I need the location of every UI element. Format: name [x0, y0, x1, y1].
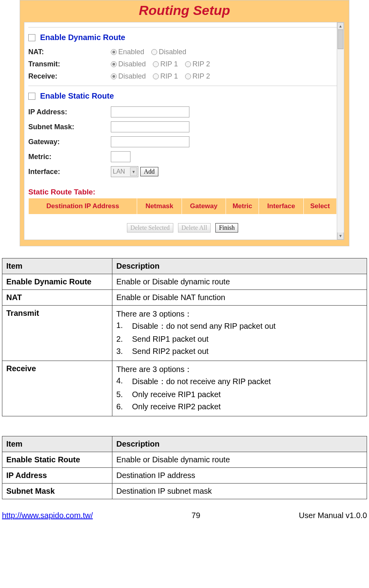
- transmit-rip1-radio[interactable]: [153, 61, 159, 67]
- desc-cell: Enable or Disable NAT function: [112, 290, 367, 306]
- receive-disabled-radio[interactable]: [111, 73, 117, 79]
- scroll-thumb[interactable]: [338, 29, 343, 49]
- desc-cell: There are 3 options： 4.Disable：do not re…: [112, 361, 367, 416]
- divider: [28, 27, 337, 27]
- nat-label: NAT:: [28, 48, 111, 56]
- divider: [28, 86, 337, 86]
- list-item: 1.Disable：do not send any RIP packet out: [116, 319, 363, 333]
- col-metric: Metric: [226, 198, 259, 214]
- th-item: Item: [2, 436, 112, 452]
- transmit-rip1-text: RIP 1: [160, 60, 178, 68]
- config-panel: ▲ ▼ Enable Dynamic Route NAT: Enabled Di…: [24, 22, 344, 240]
- chevron-down-icon: ▼: [130, 167, 137, 176]
- transmit-rip2-text: RIP 2: [193, 60, 210, 68]
- static-route-table-title: Static Route Table:: [28, 188, 337, 196]
- table-row: IP Address Destination IP address: [2, 468, 367, 484]
- desc-cell: Destination IP address: [112, 468, 367, 484]
- table-row: Transmit There are 3 options： 1.Disable：…: [2, 306, 367, 361]
- page-number: 79: [191, 511, 200, 520]
- item-cell: NAT: [2, 290, 112, 306]
- nat-row: NAT: Enabled Disabled: [28, 46, 337, 58]
- ip-input[interactable]: [111, 106, 189, 117]
- enable-static-label: Enable Static Route: [40, 92, 114, 101]
- footer-version: User Manual v1.0.0: [299, 511, 367, 520]
- item-cell: Enable Static Route: [2, 452, 112, 468]
- receive-rip2-text: RIP 2: [193, 72, 210, 81]
- col-gateway: Gateway: [182, 198, 226, 214]
- nat-disabled-radio[interactable]: [151, 49, 157, 55]
- delete-selected-button[interactable]: Delete Selected: [127, 223, 173, 233]
- item-cell: IP Address: [2, 468, 112, 484]
- mask-input[interactable]: [111, 121, 189, 132]
- transmit-label: Transmit:: [28, 60, 111, 68]
- gateway-label: Gateway:: [28, 138, 111, 146]
- col-interface: Interface: [259, 198, 304, 214]
- receive-rip2-radio[interactable]: [185, 73, 191, 79]
- transmit-disabled-radio[interactable]: [111, 61, 117, 67]
- interface-select-value: LAN: [113, 168, 125, 175]
- table-row: Enable Dynamic Route Enable or Disable d…: [2, 274, 367, 290]
- col-select: Select: [303, 198, 336, 214]
- transmit-rip2-radio[interactable]: [185, 61, 191, 67]
- nat-enabled-text: Enabled: [118, 48, 144, 56]
- interface-select[interactable]: LAN ▼: [111, 166, 138, 177]
- delete-all-button[interactable]: Delete All: [178, 223, 211, 233]
- list-item: 6.Only receive RIP2 packet: [116, 401, 363, 413]
- scrollbar[interactable]: ▲ ▼: [337, 22, 344, 240]
- table-row: Subnet Mask Destination IP subnet mask: [2, 484, 367, 499]
- desc-cell: Enable or Disable dynamic route: [112, 452, 367, 468]
- nat-disabled-text: Disabled: [159, 48, 186, 56]
- receive-row: Receive: Disabled RIP 1 RIP 2: [28, 70, 337, 82]
- mask-label: Subnet Mask:: [28, 123, 111, 131]
- col-netmask: Netmask: [137, 198, 182, 214]
- receive-label: Receive:: [28, 72, 111, 81]
- th-desc: Description: [112, 258, 367, 274]
- enable-dynamic-checkbox[interactable]: [28, 34, 35, 41]
- metric-input[interactable]: [111, 151, 130, 162]
- desc-intro: There are 3 options：: [116, 309, 363, 319]
- desc-cell: Destination IP subnet mask: [112, 484, 367, 499]
- scroll-down-icon[interactable]: ▼: [337, 233, 344, 240]
- list-item: 5.Only receive RIP1 packet: [116, 388, 363, 401]
- metric-label: Metric:: [28, 153, 111, 161]
- list-item: 3.Send RIP2 packet out: [116, 345, 363, 357]
- scroll-up-icon[interactable]: ▲: [337, 22, 344, 29]
- desc-cell: There are 3 options： 1.Disable：do not se…: [112, 306, 367, 361]
- item-cell: Transmit: [2, 306, 112, 361]
- desc-cell: Enable or Disable dynamic route: [112, 274, 367, 290]
- router-config-screenshot: Routing Setup ▲ ▼ Enable Dynamic Route N…: [20, 0, 349, 246]
- description-table-static: Item Description Enable Static Route Ena…: [2, 436, 367, 499]
- enable-dynamic-label: Enable Dynamic Route: [40, 33, 125, 42]
- th-item: Item: [2, 258, 112, 274]
- interface-label: Interface:: [28, 168, 111, 176]
- description-table-dynamic: Item Description Enable Dynamic Route En…: [2, 258, 367, 416]
- th-desc: Description: [112, 436, 367, 452]
- footer-url[interactable]: http://www.sapido.com.tw/: [2, 511, 93, 520]
- receive-disabled-text: Disabled: [118, 72, 146, 81]
- transmit-disabled-text: Disabled: [118, 60, 146, 68]
- gateway-input[interactable]: [111, 136, 189, 147]
- item-cell: Receive: [2, 361, 112, 416]
- page-footer: http://www.sapido.com.tw/ 79 User Manual…: [0, 511, 369, 520]
- receive-rip1-radio[interactable]: [153, 73, 159, 79]
- col-dest-ip: Destination IP Address: [29, 198, 137, 214]
- item-cell: Enable Dynamic Route: [2, 274, 112, 290]
- item-cell: Subnet Mask: [2, 484, 112, 499]
- table-row: Enable Static Route Enable or Disable dy…: [2, 452, 367, 468]
- table-row: Receive There are 3 options： 4.Disable：d…: [2, 361, 367, 416]
- desc-intro: There are 3 options：: [116, 364, 363, 375]
- receive-rip1-text: RIP 1: [160, 72, 178, 81]
- page-title: Routing Setup: [139, 3, 230, 18]
- enable-static-checkbox[interactable]: [28, 93, 35, 100]
- list-item: 4.Disable：do not receive any RIP packet: [116, 375, 363, 388]
- table-row: NAT Enable or Disable NAT function: [2, 290, 367, 306]
- static-route-table: Destination IP Address Netmask Gateway M…: [28, 198, 337, 214]
- add-button[interactable]: Add: [140, 167, 158, 176]
- ip-label: IP Address:: [28, 108, 111, 116]
- transmit-row: Transmit: Disabled RIP 1 RIP 2: [28, 58, 337, 70]
- list-item: 2.Send RIP1 packet out: [116, 333, 363, 345]
- finish-button[interactable]: Finish: [215, 223, 238, 233]
- nat-enabled-radio[interactable]: [111, 49, 117, 55]
